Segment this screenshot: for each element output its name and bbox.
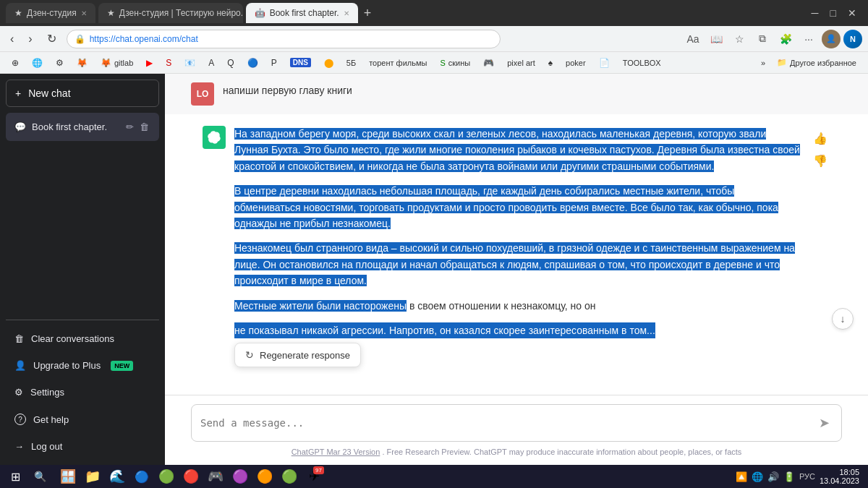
sidebar-item-logout[interactable]: → Log out — [6, 434, 159, 459]
bookmark-poker-icon[interactable]: ♠ — [542, 56, 558, 70]
edge-logo: N — [843, 30, 862, 48]
para-3-selected: Незнакомец был странного вида – высокий … — [234, 242, 795, 286]
bookmark-globe[interactable]: 🌐 — [26, 56, 48, 70]
taskbar-app-3[interactable]: 🟠 — [253, 465, 276, 488]
bookmark-p[interactable]: P — [265, 56, 283, 70]
bookmark-5b[interactable]: 5Б — [341, 56, 362, 69]
profile-avatar[interactable]: 👤 — [822, 30, 841, 48]
bookmark-other[interactable]: 📁 Другое избранное — [771, 56, 862, 69]
bookmark-a[interactable]: A — [203, 56, 220, 70]
tray-time: 18:05 13.04.2023 — [820, 468, 859, 485]
start-button[interactable]: ⊞ — [4, 466, 26, 487]
address-bar: ‹ › ↻ 🔒 https://chat.openai.com/chat Aa … — [0, 26, 868, 52]
bookmark-poker[interactable]: poker — [560, 56, 592, 69]
new-chat-label: New chat — [28, 87, 70, 99]
bookmark-yt[interactable]: ▶ — [140, 56, 158, 70]
assistant-message: На западном берегу моря, среди высоких с… — [203, 126, 830, 367]
delete-icon[interactable]: 🗑 — [138, 120, 150, 134]
message-input[interactable] — [200, 417, 810, 429]
read-icon[interactable]: 📖 — [706, 29, 726, 49]
bookmark-dns[interactable]: DNS — [284, 56, 317, 69]
taskbar-app-1[interactable]: 🟢 — [155, 465, 178, 488]
tray-volume-icon[interactable]: 🔊 — [767, 471, 779, 482]
bookmark-plus[interactable]: ⊕ — [6, 56, 25, 70]
back-button[interactable]: ‹ — [6, 30, 18, 48]
sidebar-spacer — [6, 141, 159, 320]
sidebar-item-clear[interactable]: 🗑 Clear conversations — [6, 326, 159, 351]
chat-scroll-area[interactable]: На западном берегу моря, среди высоких с… — [165, 114, 868, 395]
para-2-selected: В центре деревни находилась небольшая пл… — [234, 185, 778, 229]
bookmark-mail[interactable]: 📧 — [179, 56, 201, 70]
translate-icon[interactable]: Aa — [683, 29, 703, 49]
thumbs-down-button[interactable]: 👎 — [810, 151, 830, 171]
tab-3[interactable]: 🤖 Book first chapter. ✕ — [246, 3, 358, 23]
regenerate-icon: ↻ — [245, 349, 254, 361]
bookmark-torrent[interactable]: торент фильмы — [363, 56, 433, 69]
taskbar-tray: 🔼 🌐 🔊 🔋 РУС 18:05 13.04.2023 — [731, 468, 864, 485]
footer-link[interactable]: ChatGPT Mar 23 Version — [292, 448, 380, 456]
taskbar-app-discord[interactable]: 🟣 — [229, 465, 252, 488]
user-message-inner: LO напиши первую главу книги — [191, 82, 842, 106]
bookmark-pixelart[interactable]: pixel art — [501, 56, 541, 69]
tab-3-close[interactable]: ✕ — [344, 9, 349, 17]
bookmark-blue[interactable]: 🔵 — [242, 56, 264, 70]
tray-network-icon[interactable]: 🌐 — [752, 471, 763, 482]
bookmark-s[interactable]: S — [160, 56, 177, 70]
refresh-button[interactable]: ↻ — [43, 29, 61, 48]
tab-3-icon: 🤖 — [255, 8, 265, 18]
regenerate-tooltip-wrapper: ↻ Regenerate response — [234, 343, 801, 367]
para-4-selected-start: Местные жители были насторожены — [234, 300, 407, 312]
taskbar-app-files[interactable]: 📁 — [81, 465, 104, 488]
url-text: https://chat.openai.com/chat — [90, 34, 493, 44]
forward-button[interactable]: › — [24, 30, 36, 48]
taskbar-app-chrome[interactable]: 🔵 — [130, 465, 153, 488]
tab-1-close[interactable]: ✕ — [81, 9, 87, 17]
tab-2[interactable]: ★ Дзен-студия | Тестирую нейро... ✕ — [98, 3, 243, 23]
extensions-icon[interactable]: 🧩 — [775, 29, 796, 49]
chat-item-book[interactable]: 💬 Book first chapter. ✏ 🗑 — [6, 113, 159, 141]
bookmark-dot[interactable]: ⬤ — [318, 56, 339, 70]
minimize-button[interactable]: ─ — [812, 7, 819, 19]
regenerate-button[interactable]: ↻ Regenerate response — [234, 343, 361, 367]
bookmark-gear[interactable]: ⚙ — [50, 56, 69, 70]
bookmark-toolbox[interactable]: TOOLBOX — [617, 56, 667, 69]
para-4: Местные жители были насторожены в своем … — [234, 298, 801, 314]
sidebar-item-help[interactable]: ? Get help — [6, 406, 159, 432]
thumbs-up-button[interactable]: 👍 — [810, 129, 830, 148]
sidebar-bottom: 🗑 Clear conversations 👤 Upgrade to Plus … — [6, 320, 159, 459]
tab-1[interactable]: ★ Дзен-студия ✕ — [6, 3, 95, 23]
close-button[interactable]: ✕ — [848, 7, 856, 19]
more-icon[interactable]: ··· — [799, 29, 819, 49]
tray-chevron-icon[interactable]: 🔼 — [736, 471, 747, 482]
bookmark-doc[interactable]: 📄 — [593, 56, 616, 70]
bookmark-gitlab[interactable]: 🦊gitlab — [95, 56, 139, 70]
para-4-cont: не показывал никакой агрессии. Напротив,… — [234, 322, 655, 338]
taskbar-app-edge[interactable]: 🌊 — [106, 465, 129, 488]
maximize-button[interactable]: □ — [830, 7, 836, 19]
tray-battery-icon[interactable]: 🔋 — [783, 471, 795, 482]
taskbar-app-4[interactable]: 🟢 — [278, 465, 301, 488]
taskbar-app-2[interactable]: 🔴 — [179, 465, 203, 488]
taskbar-app-explorer[interactable]: 🪟 — [56, 465, 80, 488]
new-tab-button[interactable]: + — [361, 3, 375, 24]
edit-icon[interactable]: ✏ — [124, 120, 135, 134]
favorites-icon[interactable]: ☆ — [729, 29, 749, 49]
bookmark-more[interactable]: » — [757, 56, 770, 69]
bookmark-q[interactable]: Q — [221, 56, 239, 70]
url-bar[interactable]: 🔒 https://chat.openai.com/chat — [67, 30, 501, 48]
sidebar-item-settings[interactable]: ⚙ Settings — [6, 380, 159, 405]
taskbar-app-steam[interactable]: 🎮 — [204, 465, 227, 488]
scroll-down-button[interactable]: ↓ — [832, 308, 854, 330]
bookmark-skins[interactable]: S скины — [434, 56, 476, 69]
new-chat-button[interactable]: + New chat — [6, 80, 159, 107]
bookmark-fox[interactable]: 🦊 — [71, 56, 93, 70]
input-wrapper: ➤ — [191, 404, 842, 442]
sidebar-item-upgrade[interactable]: 👤 Upgrade to Plus NEW — [6, 353, 159, 378]
collections-icon[interactable]: ⧉ — [752, 29, 773, 49]
bookmark-game[interactable]: 🎮 — [477, 56, 500, 70]
taskbar-search-button[interactable]: 🔍 — [29, 466, 51, 487]
user-message-row: LO напиши первую главу книги — [165, 74, 868, 114]
send-button[interactable]: ➤ — [816, 412, 833, 434]
gpt-avatar — [203, 126, 226, 149]
taskbar-app-telegram[interactable]: ✈ 97 — [302, 465, 326, 488]
